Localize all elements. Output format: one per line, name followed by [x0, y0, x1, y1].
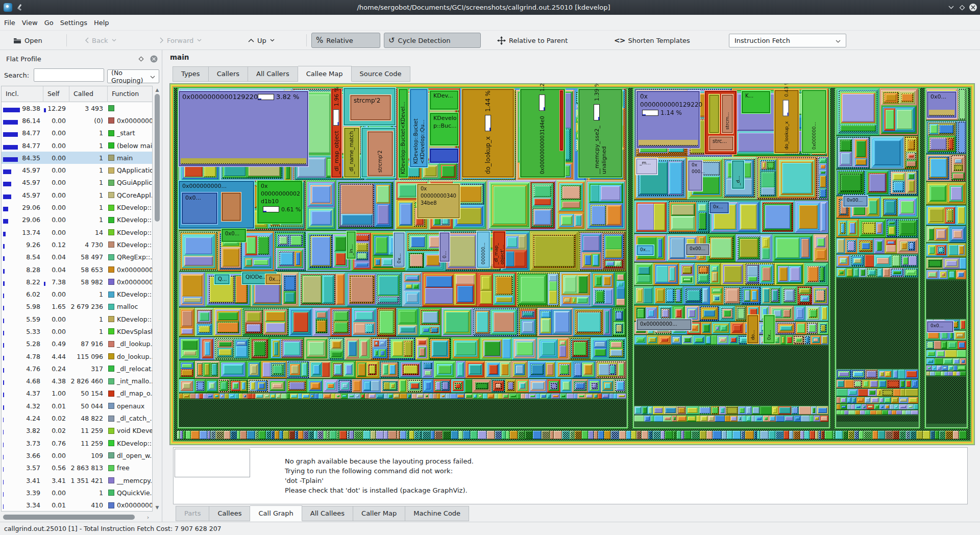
toolbar-separator: [306, 34, 307, 46]
table-row[interactable]: 29.060.001KDevelop::...: [2, 214, 152, 226]
table-row[interactable]: 9.260.124 730KDevelop::...: [2, 238, 152, 251]
tab-callers[interactable]: Callers: [209, 66, 248, 82]
incl-cell: 4.24: [2, 415, 42, 422]
up-dropdown-icon[interactable]: [270, 39, 275, 42]
table-row[interactable]: 3.340.014100x0000000...: [2, 499, 152, 512]
error-line: 'dot -Tplain': [285, 476, 474, 485]
tab-all-callers[interactable]: All Callers: [248, 66, 298, 82]
forward-button[interactable]: Forward: [156, 33, 206, 48]
table-row[interactable]: 84.770.001(below mai...: [2, 139, 152, 152]
open-button[interactable]: Open: [9, 33, 46, 48]
table-row[interactable]: 4.371.0050 154_dl_map_o...: [2, 387, 152, 400]
menu-go[interactable]: Go: [44, 17, 59, 28]
cycle-detection-toggle[interactable]: ↺ Cycle Detection: [384, 33, 481, 48]
column-header-called[interactable]: Called: [69, 86, 108, 102]
table-vertical-scrollbar[interactable]: ▲ ▼: [154, 86, 161, 512]
tab-parts[interactable]: Parts: [176, 506, 209, 521]
table-row[interactable]: 3.820.0211 259void KDeve...: [2, 425, 152, 437]
column-header-self[interactable]: Self: [43, 86, 69, 102]
close-button[interactable]: [969, 4, 977, 11]
up-button[interactable]: Up: [244, 33, 279, 48]
table-row[interactable]: 8.227.3858 9820x0000000...: [2, 276, 152, 288]
search-input[interactable]: [34, 68, 104, 82]
table-row[interactable]: 4.320.0150 044openaux: [2, 400, 152, 412]
minimize-button[interactable]: [945, 3, 957, 13]
table-row[interactable]: 84.770.001_start: [2, 127, 152, 139]
tab-caller-map[interactable]: Caller Map: [353, 506, 405, 521]
table-row[interactable]: 3.570.562 863 813free: [2, 462, 152, 474]
table-row[interactable]: 4.684.382 826 460_int_mallo...: [2, 375, 152, 387]
self-cell: 0.00: [42, 129, 68, 137]
self-cell: 0.00: [42, 452, 68, 459]
table-row[interactable]: 86.140.00(0)0x0000000...: [2, 114, 152, 127]
table-row[interactable]: 4.784.44115 096do_lookup...: [2, 350, 152, 362]
function-type-icon: [108, 229, 114, 235]
table-row[interactable]: 45.970.001QApplicatio...: [2, 164, 152, 176]
relative-to-parent-toggle[interactable]: Relative to Parent: [493, 33, 572, 48]
table-row[interactable]: 98.3812.293 493: [2, 102, 152, 114]
chevron-down-icon: [826, 37, 841, 44]
table-row[interactable]: 3.413.411 351 421__memcpy...: [2, 474, 152, 487]
back-button[interactable]: Back: [81, 33, 120, 48]
table-row[interactable]: 45.970.001QGuiApplic...: [2, 177, 152, 189]
table-row[interactable]: 84.350.001main: [2, 152, 152, 164]
callee-treemap[interactable]: [169, 83, 975, 445]
tab-machine-code[interactable]: Machine Code: [405, 506, 469, 521]
hscroll-thumb[interactable]: [3, 515, 135, 520]
scroll-up-icon[interactable]: ▲: [154, 86, 161, 93]
table-row[interactable]: 45.970.001QCoreAppl...: [2, 189, 152, 201]
function-type-icon: [108, 502, 114, 508]
event-type-combo[interactable]: Instruction Fetch: [729, 34, 846, 47]
shorten-templates-toggle[interactable]: <> Shorten Templates: [610, 33, 694, 48]
tab-call-graph[interactable]: Call Graph: [250, 505, 302, 521]
table-row[interactable]: 13.740.0014KDevelop::...: [2, 226, 152, 238]
table-row[interactable]: 5.330.001KDevSplash...: [2, 325, 152, 337]
function-type-icon: [108, 353, 114, 359]
graph-overview-box: [175, 449, 250, 477]
status-text: callgrind.out.25010 [1] - Total Instruct…: [4, 525, 222, 532]
called-cell: 1: [68, 328, 106, 335]
grouping-combo[interactable]: (No Grouping): [107, 69, 159, 83]
function-type-icon: [108, 155, 114, 161]
column-header-function[interactable]: Function: [108, 86, 152, 102]
table-row[interactable]: 5.590.001KDevelop::...: [2, 313, 152, 325]
scroll-down-icon[interactable]: ▼: [154, 504, 161, 511]
menu-file[interactable]: File: [4, 17, 21, 28]
forward-dropdown-icon[interactable]: [197, 39, 202, 42]
table-header: Incl. Self Called Function: [2, 86, 152, 102]
maximize-button[interactable]: [957, 3, 968, 13]
table-row[interactable]: 4.760.24317_dl_relocat...: [2, 362, 152, 375]
table-row[interactable]: 29.060.001KDevelop::...: [2, 201, 152, 213]
table-row[interactable]: 3.390.001QQuickVie...: [2, 487, 152, 499]
self-cell: 0.00: [42, 142, 68, 150]
tab-types[interactable]: Types: [173, 66, 209, 82]
relative-toggle[interactable]: % Relative: [311, 33, 380, 48]
dock-title: Flat Profile: [6, 55, 136, 63]
tab-all-callees[interactable]: All Callees: [302, 506, 353, 521]
self-cell: 1.65: [42, 303, 68, 310]
table-row[interactable]: 3.730.7611 259KDevelop::...: [2, 437, 152, 449]
table-horizontal-scrollbar[interactable]: ›: [1, 514, 153, 521]
menu-settings[interactable]: Settings: [60, 17, 93, 28]
table-row[interactable]: 3.660.00109dl_open_w...: [2, 449, 152, 461]
table-row[interactable]: 8.540.0458 497QRegExp::...: [2, 251, 152, 263]
table-row[interactable]: 5.981.652 679 236malloc: [2, 301, 152, 313]
column-header-incl[interactable]: Incl.: [2, 86, 43, 102]
table-row[interactable]: 5.280.4987 916_dl_lookup...: [2, 338, 152, 350]
back-dropdown-icon[interactable]: [112, 39, 116, 42]
called-cell: 4 730: [68, 241, 106, 249]
function-type-icon: [108, 167, 114, 174]
tab-callee-map[interactable]: Callee Map: [298, 66, 352, 82]
tab-source-code[interactable]: Source Code: [352, 66, 410, 82]
menu-help[interactable]: Help: [94, 17, 115, 28]
vscroll-thumb[interactable]: [155, 94, 160, 222]
table-row[interactable]: 4.240.0248 822_dl_catch_...: [2, 412, 152, 424]
table-row[interactable]: 8.280.0458 6530x0000000...: [2, 263, 152, 276]
close-dock-icon[interactable]: [149, 54, 158, 63]
scroll-right-icon[interactable]: ›: [144, 514, 152, 521]
menu-view[interactable]: View: [22, 17, 43, 28]
float-dock-icon[interactable]: [136, 54, 145, 63]
tab-callees[interactable]: Callees: [209, 506, 250, 521]
incl-cell: 3.66: [2, 452, 42, 459]
table-row[interactable]: 6.020.001KDevelop::...: [2, 288, 152, 300]
